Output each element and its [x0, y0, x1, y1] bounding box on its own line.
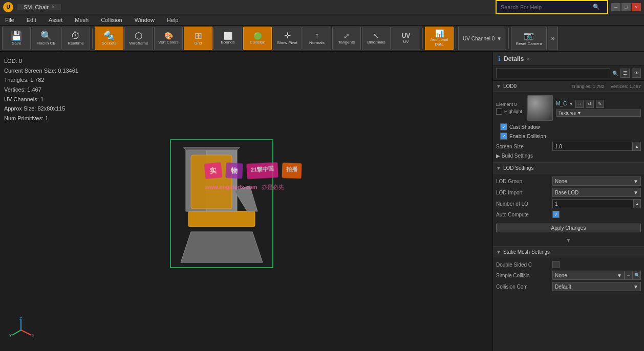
grid-button[interactable]: ⊞ Grid: [184, 27, 212, 50]
menu-help[interactable]: Help: [165, 17, 181, 23]
grid-icon: ⊞: [195, 31, 202, 40]
num-lod-value[interactable]: 1: [552, 199, 633, 208]
simple-collision-label: Simple Collisio: [496, 273, 552, 278]
lod0-title: LOD0: [503, 83, 517, 89]
auto-compute-checkbox[interactable]: ✓: [552, 211, 560, 218]
lod0-toggle[interactable]: ▼: [496, 83, 501, 89]
double-sided-checkbox[interactable]: [552, 261, 560, 268]
window-controls: ─ □ ×: [611, 3, 644, 11]
search-icon: 🔍: [593, 4, 600, 10]
find-in-cb-button[interactable]: 🔍 Find in CB: [32, 27, 60, 50]
menu-asset[interactable]: Asset: [47, 17, 65, 23]
details-title: Details: [504, 55, 524, 62]
uv-channel-dropdown[interactable]: UV Channel 0 ▼: [458, 27, 506, 50]
num-lod-spin[interactable]: ▲: [633, 199, 641, 208]
list-view-button[interactable]: ☰: [620, 69, 630, 78]
more-tools-button[interactable]: »: [548, 27, 558, 50]
num-lod-row: Number of LO 1 ▲: [496, 198, 641, 209]
lod-import-dropdown[interactable]: Base LOD ▼: [552, 188, 641, 197]
enable-collision-checkbox[interactable]: ✓: [500, 133, 507, 140]
textures-label: Textures: [559, 111, 576, 116]
menu-file[interactable]: File: [3, 17, 16, 23]
menu-edit[interactable]: Edit: [25, 17, 38, 23]
auto-compute-label: Auto Compute: [496, 212, 552, 217]
bounds-button[interactable]: ⬜ Bounds: [213, 27, 242, 50]
uv-button[interactable]: UV UV: [392, 27, 420, 50]
realtime-button[interactable]: ⏱ Realtime: [61, 27, 90, 50]
show-pivot-button[interactable]: ✛ Show Pivot: [273, 27, 302, 50]
build-settings-row[interactable]: ▶ Build Settings: [496, 152, 641, 160]
chair-model-area: [140, 109, 304, 294]
svg-rect-2: [188, 211, 255, 227]
static-mesh-section: ▼ Static Mesh Settings Double Sided C Si…: [493, 246, 644, 294]
material-thumbnail[interactable]: [527, 95, 553, 121]
highlight-row: Highlight: [496, 108, 522, 115]
svg-marker-7: [183, 147, 240, 150]
help-search-input[interactable]: [501, 4, 593, 10]
uv-label: UV: [403, 40, 409, 45]
tab-close-button[interactable]: ×: [52, 4, 55, 10]
element-row: Element 0 Highlight M_C ▼ → ↺ ✎: [496, 94, 641, 122]
num-lod-label: Number of LO: [496, 201, 552, 207]
toolbar-separator-2: [422, 28, 423, 49]
watermark-badge-2: 物: [225, 163, 243, 179]
cast-shadow-checkbox[interactable]: ✓: [500, 123, 507, 130]
minimize-button[interactable]: ─: [611, 3, 620, 11]
wireframe-button[interactable]: ⬡ Wireframe: [124, 27, 153, 50]
screen-size-spin[interactable]: ▲: [633, 142, 641, 151]
menu-collision[interactable]: Collision: [99, 17, 124, 23]
sm-chair-tab[interactable]: SM_Chair ×: [17, 4, 61, 10]
bounds-label: Bounds: [221, 40, 234, 45]
additional-data-label: Additional Data: [425, 38, 453, 47]
axes-indicator: X Y Z: [8, 317, 34, 343]
right-panel: ℹ Details × 🔍 ☰ 👁 ▼ LOD0 Triangles: 1,78…: [493, 52, 644, 351]
binormals-button[interactable]: ⤡ Binormals: [362, 27, 391, 50]
mat-edit-button[interactable]: ✎: [596, 100, 604, 108]
save-button[interactable]: 💾 Save: [2, 27, 31, 50]
normals-button[interactable]: ↑ Normals: [303, 27, 331, 50]
collision-comp-dropdown[interactable]: Default ▼: [552, 282, 641, 291]
lod-settings-toggle[interactable]: ▼: [496, 165, 501, 171]
details-search-input[interactable]: [496, 68, 610, 78]
lod-group-row: LOD Group None ▼: [496, 175, 641, 187]
collision-comp-value: Default: [555, 284, 571, 290]
close-window-button[interactable]: ×: [632, 3, 641, 11]
additional-data-icon: 📊: [435, 30, 444, 37]
simple-collision-search-btn[interactable]: 🔍: [633, 271, 641, 280]
mat-clear-button[interactable]: ↺: [586, 100, 594, 108]
textures-dropdown[interactable]: Textures ▼: [556, 109, 641, 117]
reset-camera-button[interactable]: 📷 Reset Camera: [511, 27, 547, 50]
wireframe-icon: ⬡: [135, 31, 143, 40]
vert-colors-icon: 🎨: [164, 32, 173, 39]
tangents-button[interactable]: ⤢ Tangents: [332, 27, 361, 50]
ue-logo: U: [3, 2, 13, 12]
static-mesh-toggle[interactable]: ▼: [496, 249, 501, 255]
auto-compute-row: Auto Compute ✓: [496, 209, 641, 220]
eye-button[interactable]: 👁: [632, 69, 641, 78]
tangents-icon: ⤢: [344, 32, 350, 39]
simple-collision-back-btn[interactable]: ←: [625, 271, 633, 280]
additional-data-button[interactable]: 📊 Additional Data: [425, 27, 454, 50]
apply-changes-button[interactable]: Apply Changes: [496, 224, 641, 232]
uv-channels-label: UV Channels: 1: [4, 95, 78, 104]
collision-button[interactable]: 🟢 Collision: [243, 27, 272, 50]
maximize-button[interactable]: □: [621, 3, 631, 11]
watermark-text: www.enginedx.com: [205, 183, 257, 192]
find-label: Find in CB: [36, 41, 55, 46]
vert-colors-button[interactable]: 🎨 Vert Colors: [154, 27, 183, 50]
viewport[interactable]: LOD: 0 Current Screen Size: 0.13461 Tria…: [0, 52, 493, 351]
menu-window[interactable]: Window: [133, 17, 157, 23]
screen-size-value[interactable]: 1.0: [552, 142, 633, 151]
menu-mesh[interactable]: Mesh: [73, 17, 91, 23]
lod-group-dropdown[interactable]: None ▼: [552, 177, 641, 186]
toolbar-separator-3: [456, 28, 456, 49]
mat-browse-button[interactable]: →: [575, 100, 584, 108]
num-lod-control: 1 ▲: [552, 199, 641, 208]
lod-settings-title: LOD Settings: [503, 165, 533, 171]
vertices-label: Vertices: 1,467: [4, 85, 78, 95]
simple-collision-control: None ▼ ← 🔍: [552, 271, 641, 280]
highlight-checkbox[interactable]: [496, 108, 502, 115]
simple-collision-row: Simple Collisio None ▼ ← 🔍: [496, 270, 641, 281]
simple-collision-dropdown[interactable]: None ▼: [552, 271, 625, 280]
sockets-button[interactable]: 🔩 Sockets: [95, 27, 123, 50]
